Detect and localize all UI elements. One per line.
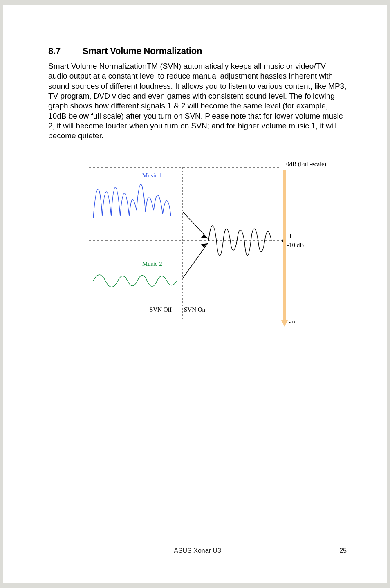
page: 8.7Smart Volume Normalization Smart Volu… <box>3 5 387 583</box>
svn-on-label: SVN On <box>184 306 205 313</box>
level-scale-arrowhead <box>281 320 288 327</box>
svn-off-label: SVN Off <box>150 306 172 313</box>
music2-label: Music 2 <box>142 260 162 267</box>
music2-wave <box>93 275 177 287</box>
footer-product: ASUS Xonar U3 <box>174 547 221 554</box>
section-heading: 8.7Smart Volume Normalization <box>48 46 347 56</box>
page-number: 25 <box>339 547 347 554</box>
t-axis-label: T <box>289 233 292 240</box>
music1-label: Music 1 <box>142 172 162 179</box>
arrow-music2-to-target <box>183 243 208 278</box>
infinity-label: - ∞ <box>289 319 296 325</box>
svn-diagram: Music 1 Music 2 SVN Off SVN On 0dB (Full… <box>73 155 334 331</box>
section-title: Smart Volume Normalization <box>83 46 202 56</box>
section-number: 8.7 <box>48 46 83 56</box>
arrow-music1-to-target <box>183 212 208 238</box>
zero-db-label: 0dB (Full-scale) <box>286 161 326 168</box>
target-db-label: -10 dB <box>287 242 304 249</box>
arrowhead-2 <box>201 243 208 247</box>
music1-wave <box>93 184 171 218</box>
section-paragraph: Smart Volume NormalizationTM (SVN) autom… <box>48 61 347 141</box>
page-footer: ASUS Xonar U3 25 <box>48 542 347 554</box>
